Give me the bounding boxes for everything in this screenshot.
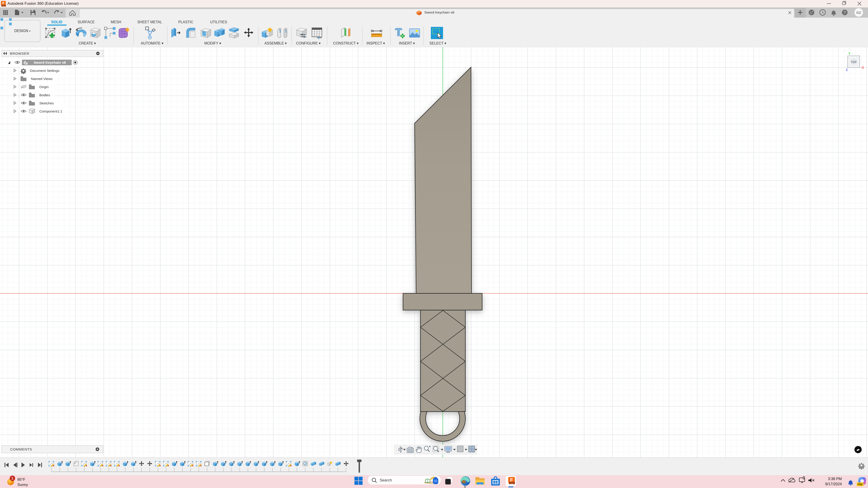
svg-text:BROWSER: BROWSER [10,52,29,55]
svg-text:INSPECT ▾: INSPECT ▾ [366,41,385,45]
svg-text:Z: Z [846,68,848,72]
svg-text:-X: -X [861,66,864,69]
svg-text:85°F: 85°F [18,477,25,482]
svg-text:CONFIGURE ▾: CONFIGURE ▾ [296,41,320,45]
svg-text:PLASTIC: PLASTIC [178,20,193,24]
svg-text:CREATE ▾: CREATE ▾ [79,41,96,45]
svg-text:AUTOMATE ▾: AUTOMATE ▾ [141,41,163,45]
svg-text:F: F [510,477,513,482]
svg-text:Search: Search [380,478,392,482]
svg-text:INSERT ▾: INSERT ▾ [399,41,415,45]
svg-text:SURFACE: SURFACE [78,20,95,24]
svg-text:SHEET METAL: SHEET METAL [137,20,162,24]
svg-text:GZ: GZ [857,11,861,14]
svg-text:SOLID: SOLID [51,20,62,24]
svg-text:Document Settings: Document Settings [30,69,59,72]
svg-text:Named Views: Named Views [31,77,53,80]
svg-text:CONSTRUCT ▾: CONSTRUCT ▾ [333,41,359,45]
svg-text:MODIFY ▾: MODIFY ▾ [204,41,221,45]
svg-text:3:38 PM: 3:38 PM [828,477,842,481]
svg-text:Component1:1: Component1:1 [39,109,62,113]
svg-text:ASSEMBLE ▾: ASSEMBLE ▾ [265,41,287,45]
svg-text:1: 1 [11,477,13,480]
svg-text:Sketches: Sketches [39,101,54,105]
svg-text:Sword Keychain v8: Sword Keychain v8 [34,61,66,64]
svg-text:9/17/2024: 9/17/2024 [825,482,842,486]
svg-text:?: ? [844,10,846,15]
svg-text:Bodies: Bodies [39,93,50,97]
svg-text:Y: Y [848,52,850,55]
svg-text:360: 360 [510,482,514,484]
svg-text:360: 360 [2,5,5,6]
svg-text:MESH: MESH [111,20,121,24]
svg-text:TOP: TOP [850,60,857,64]
svg-text:COMMENTS: COMMENTS [10,447,32,451]
svg-text:PRE: PRE [858,483,863,486]
svg-text:F: F [2,1,4,5]
svg-text:UTILITIES: UTILITIES [210,20,227,24]
svg-text:Sunny: Sunny [18,483,28,487]
svg-text:SELECT ▾: SELECT ▾ [430,41,446,45]
svg-text:Origin: Origin [39,85,49,89]
